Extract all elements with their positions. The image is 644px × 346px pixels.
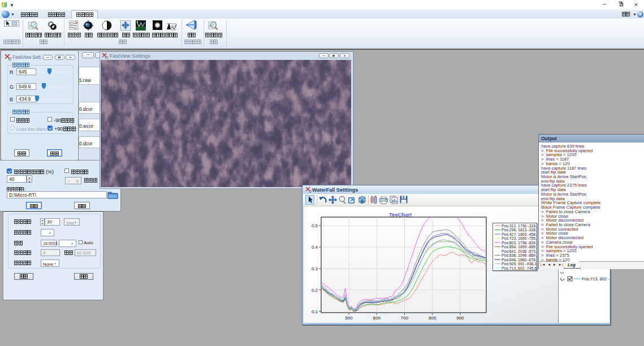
svg-text:Pos:803, 1736 -834,: Pos:803, 1736 -834, (502, 241, 537, 245)
svg-text:700: 700 (401, 315, 409, 321)
svg-text:Pos:713, 602 -74: Pos:713, 602 -74 (582, 276, 609, 282)
svg-text:0.1: 0.1 (312, 309, 318, 314)
svg-text:900: 900 (456, 315, 464, 321)
svg-text:Pos:312, 1790 -318,: Pos:312, 1790 -318, (502, 224, 537, 228)
svg-text:Pos:646, 1860 -678,: Pos:646, 1860 -678, (502, 258, 537, 262)
svg-text:500: 500 (345, 315, 353, 321)
svg-text:Pos:723, 1690 -755,: Pos:723, 1690 -755, (502, 236, 537, 240)
svg-text:Pos:641, 2036 -673,: Pos:641, 2036 -673, (502, 249, 537, 253)
svg-text:800: 800 (429, 315, 436, 321)
svg-text:0.2: 0.2 (312, 288, 318, 293)
svg-text:3d: 3d (360, 200, 364, 203)
svg-text:Pos:296, 1813 -328,: Pos:296, 1813 -328, (502, 228, 537, 232)
svg-text:Pos:713, 602 -745,6: Pos:713, 602 -745,6 (502, 266, 537, 270)
svg-text:Pos:854, 1899 -885,: Pos:854, 1899 -885, (502, 245, 537, 249)
svg-text:Pos:905, 991 -936,1: Pos:905, 991 -936,1 (502, 262, 537, 266)
svg-text:Pos:838, 1096 -869,: Pos:838, 1096 -869, (502, 253, 537, 257)
svg-text:0.4: 0.4 (312, 245, 318, 250)
svg-text:0.5: 0.5 (312, 223, 318, 228)
svg-text:Pos:427, 1803 -458,: Pos:427, 1803 -458, (502, 232, 537, 236)
svg-text:0.3: 0.3 (312, 266, 318, 271)
svg-text:600: 600 (373, 315, 381, 321)
